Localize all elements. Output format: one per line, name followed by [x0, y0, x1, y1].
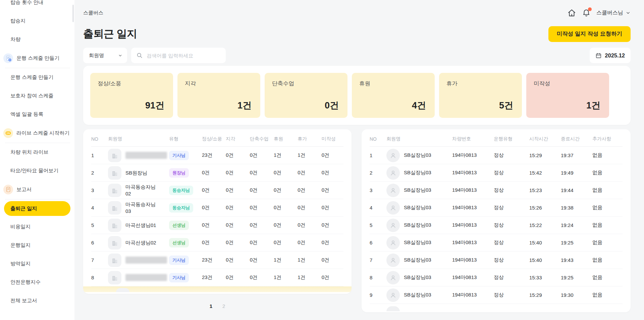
count-cell: 0건	[298, 204, 319, 211]
summary-card: 휴원 4건	[352, 73, 435, 118]
sidebar-item[interactable]: 엑셀 일괄 등록	[0, 105, 74, 124]
search-icon	[136, 52, 143, 59]
sidebar-item-label: 보호자 참여 스케줄	[10, 93, 53, 99]
count-cell: 0건	[202, 239, 224, 246]
end-time: 19:37	[561, 152, 590, 158]
building-icon	[111, 274, 118, 281]
sidebar-item[interactable]: 운행 스케줄 만들기	[0, 68, 74, 87]
redacted-name	[125, 152, 167, 159]
member-type-cell: 선생님	[169, 238, 200, 247]
chevron-down-icon	[626, 10, 631, 15]
end-time: 19:49	[561, 170, 590, 176]
sidebar-item[interactable]: 안전운행지수	[0, 273, 74, 291]
avatar	[108, 219, 121, 232]
member-type-cell: 동승자님	[169, 186, 200, 195]
trip-member-name: SB실장님03	[404, 170, 431, 176]
building-icon	[111, 204, 118, 212]
search-input[interactable]	[146, 52, 221, 59]
person-icon	[389, 239, 397, 246]
user-menu[interactable]: 스쿨버스님	[596, 9, 631, 16]
member-name: SB원장님	[125, 170, 147, 176]
sidebar-item-label: 전체 보고서	[10, 298, 37, 304]
trip-member-name: SB실장님03	[404, 187, 431, 193]
member-type-badge: 선생님	[169, 221, 189, 230]
start-time: 15:42	[529, 170, 559, 176]
home-icon[interactable]	[567, 8, 576, 17]
page-number[interactable]: 2	[222, 303, 225, 309]
row-number: 5	[370, 222, 384, 228]
page-number[interactable]: 1	[210, 303, 212, 309]
table-row: 4 SB실장님03 194마0813 정상 15:26 19:38 없음	[370, 199, 623, 217]
sidebar-scrollbar[interactable]	[72, 5, 74, 22]
sidebar-item[interactable]: 차량 위치 라이브	[0, 143, 74, 162]
table-row: 9 SB실장님03 194마0813 정상 15:29 19:30 없음	[370, 286, 623, 304]
extra-note: 없음	[592, 274, 623, 281]
person-icon	[389, 169, 397, 177]
sidebar-item[interactable]: 보호자 참여 스케줄	[0, 87, 74, 105]
end-time: 19:43	[561, 257, 590, 263]
sidebar-section[interactable]: 보고서	[0, 180, 74, 199]
count-cell: 0건	[298, 170, 319, 176]
count-cell: 0건	[250, 274, 272, 281]
request-missing-log-button[interactable]: 미작성 일지 작성 요청하기	[548, 26, 631, 42]
column-header: 정상/소풍	[202, 136, 224, 142]
avatar	[386, 219, 400, 232]
row-number: 8	[91, 275, 106, 280]
count-cell: 0건	[322, 170, 343, 176]
count-cell: 0건	[322, 204, 343, 211]
bell-icon[interactable]	[582, 8, 591, 17]
count-cell: 0건	[274, 222, 296, 228]
table-row: 5 SB실장님03 194마0813 정상 15:22 19:24 없음	[370, 217, 623, 234]
trip-member-cell: SB실장님03	[386, 219, 450, 232]
start-time: 15:40	[529, 240, 559, 245]
vehicle-number: 194마0813	[452, 204, 492, 211]
sidebar-item-active[interactable]: 출퇴근 일지	[4, 201, 70, 216]
avatar	[108, 184, 121, 197]
building-icon	[111, 257, 118, 264]
sidebar-item[interactable]: 운행일지	[0, 236, 74, 255]
count-cell: 0건	[250, 257, 272, 263]
search-field-dropdown[interactable]: 회원명	[83, 48, 127, 63]
count-cell: 1건	[274, 152, 296, 158]
trip-member-cell: SB실장님03	[386, 254, 450, 267]
summary-card-label: 휴가	[446, 80, 458, 87]
sidebar-item[interactable]: 비용일지	[0, 218, 74, 236]
sidebar-section[interactable]: ON 라이브 스케줄 시작하기	[0, 124, 74, 143]
tables-row: NO회원명유형정상/소풍지각단축수업휴원휴가미작성 1	[83, 129, 631, 312]
sidebar-item[interactable]: 탑승지	[0, 12, 74, 30]
vehicle-number: 194마0813	[452, 170, 492, 176]
member-name-cell: 마곡동승자님03	[108, 201, 167, 215]
row-number: 3	[91, 187, 106, 193]
end-time: 19:25	[561, 275, 590, 280]
summary-card: 정상/소풍 91건	[90, 73, 173, 118]
count-cell: 0건	[274, 170, 296, 176]
topbar-actions: 스쿨버스님	[567, 8, 631, 17]
sidebar-item[interactable]: 방역일지	[0, 255, 74, 273]
partial-row-cutoff	[370, 304, 623, 311]
trip-member-cell: SB실장님03	[386, 271, 450, 284]
sidebar-section[interactable]: 운행 스케줄 만들기	[0, 49, 74, 68]
live-on-icon: ON	[3, 128, 13, 138]
trip-member-cell: SB실장님03	[386, 201, 450, 215]
sidebar-item[interactable]: 차량	[0, 30, 74, 49]
sidebar-item[interactable]: 전체 보고서	[0, 291, 74, 310]
sidebar-item[interactable]: 탑승 횟수 안내	[0, 0, 74, 12]
summary-card-label: 휴원	[359, 80, 370, 87]
table-row: 5 마곡선생님01	[91, 217, 343, 234]
sidebar-item[interactable]: 타요/안타요 물어보기	[0, 162, 74, 180]
month-picker[interactable]: 2025.12	[590, 48, 631, 63]
trip-member-cell: SB실장님03	[386, 288, 450, 302]
member-type-cell: 선생님	[169, 221, 200, 230]
avatar	[386, 236, 400, 249]
avatar	[386, 166, 400, 180]
count-cell: 0건	[298, 187, 319, 193]
member-name: 마곡동승자님03	[125, 201, 157, 214]
summary-card-label: 지각	[185, 80, 196, 87]
redacted-name	[125, 257, 167, 264]
sidebar-section-label: 라이브 스케줄 시작하기	[16, 130, 69, 136]
trip-type: 정상	[494, 187, 527, 193]
member-table-body: 1	[91, 147, 343, 286]
table-row: 7	[91, 252, 343, 269]
summary-cards: 정상/소풍 91건 지각 1건 단축수업 0건 휴원 4건 휴가 5건 미작성 …	[90, 73, 609, 118]
table-row: 2 SB원장님	[91, 164, 343, 182]
